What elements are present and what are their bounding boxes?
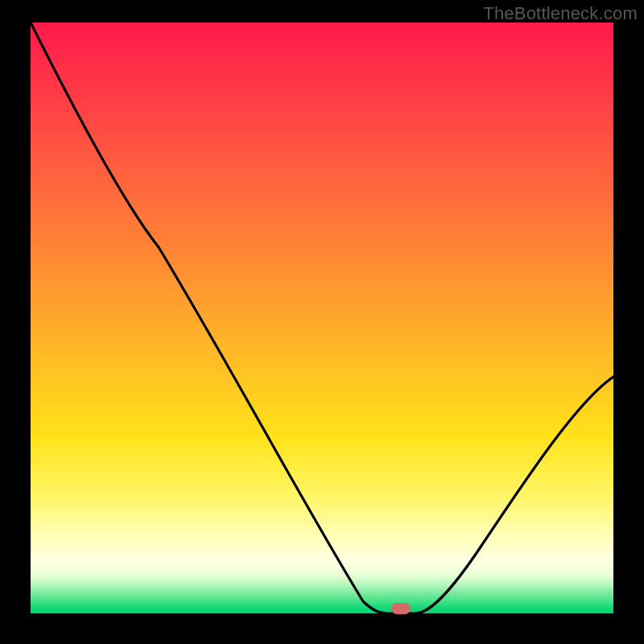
chart-frame: TheBottleneck.com bbox=[0, 0, 644, 644]
plot-area bbox=[31, 23, 613, 613]
watermark-text: TheBottleneck.com bbox=[483, 3, 638, 24]
optimal-point-marker bbox=[391, 603, 411, 614]
bottleneck-curve bbox=[31, 23, 613, 613]
bottleneck-curve-path bbox=[31, 23, 613, 613]
